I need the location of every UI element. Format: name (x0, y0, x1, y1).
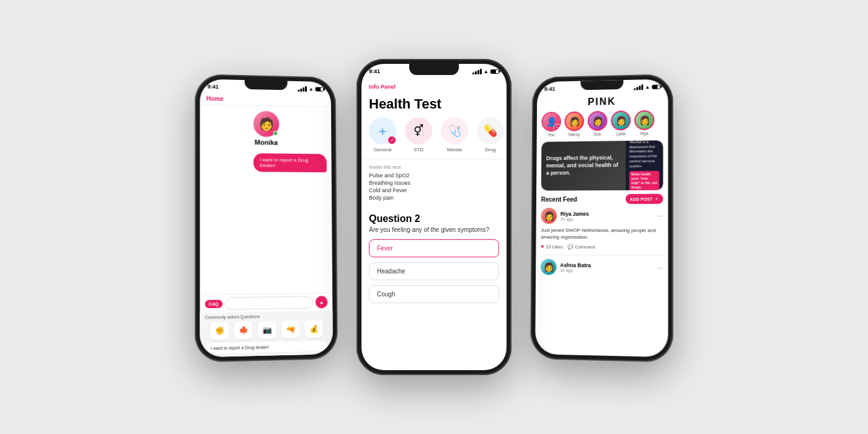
drug-icon-circle: 💊 (477, 117, 504, 144)
test-std[interactable]: ⚥ STD (405, 117, 432, 153)
story-nancy[interactable]: 👩 Nancy (564, 112, 584, 137)
banner-cta: Make health your "new high" in life, not… (629, 170, 659, 190)
test-mental[interactable]: 🩺 Mental (441, 117, 468, 153)
test-general[interactable]: ＋ ✓ General (369, 117, 396, 153)
drug-label: Drug (485, 147, 495, 153)
send-button[interactable]: ▲ (316, 296, 328, 308)
post-actions-1: ♥ 15 Likes 💬 Comment (541, 244, 663, 250)
story-you-name: You (548, 133, 555, 137)
question-section: Question 2 Are you feeling any of the gi… (361, 207, 507, 314)
inside-item-1: Pulse and SpO2 (369, 172, 499, 179)
pink-screen: 9:41 ▲ PINK (535, 79, 668, 357)
status-icons-right: ▲ (634, 84, 660, 90)
post-more-2[interactable]: ··· (657, 264, 663, 272)
notch-left (245, 80, 288, 90)
time-left: 9:41 (208, 84, 219, 90)
pink-logo: PINK (588, 96, 616, 108)
wifi-icon-left: ▲ (309, 86, 314, 92)
signal-bar-3 (303, 87, 304, 91)
notch-right (580, 80, 623, 90)
story-lydia-name: Lydia (616, 131, 626, 136)
chat-user-name: Monika (255, 138, 278, 146)
status-icons-center: ▲ (472, 69, 499, 74)
symptom-headache[interactable]: Headache (369, 262, 499, 280)
faq-icon-4[interactable]: 🔫 (281, 321, 300, 339)
comment-action-1[interactable]: 💬 Comment (568, 244, 595, 250)
question-text: Are you feeling any of the given symptom… (369, 226, 499, 233)
post-card-2: 👩 Ashna Batra 3h ago ··· (536, 259, 668, 285)
avatar: 🧑 (254, 111, 280, 137)
notch-center (409, 64, 459, 75)
post-username-2: Ashna Batra (560, 262, 653, 269)
story-lydia-circle: 👩 (611, 110, 631, 130)
like-action-1[interactable]: ♥ 15 Likes (541, 244, 563, 250)
mental-label: Mental (447, 147, 462, 153)
story-eva-name: Eva (594, 132, 601, 136)
story-nancy-name: Nancy (569, 132, 580, 136)
story-lydia[interactable]: 👩 Lydia (611, 110, 631, 136)
banner-left-text: Drugs affect the physical, mental, and s… (546, 155, 621, 177)
inside-item-2: Breathing Issues (369, 180, 499, 186)
phone-center: 9:41 ▲ Info Panel (356, 59, 512, 375)
post-divider (541, 255, 663, 256)
faq-icon-2[interactable]: 🍁 (234, 321, 252, 339)
faq-title: Commonly asked Questions (205, 313, 328, 319)
faq-icon-5[interactable]: 💰 (304, 320, 323, 338)
post-avatar-2: 👩 (541, 259, 557, 275)
phones-container: 9:41 ▲ Home (195, 59, 673, 375)
banner-right-text: Alcohol is a depressant that decreases t… (629, 140, 659, 169)
post-header-2: 👩 Ashna Batra 3h ago ··· (541, 259, 663, 277)
faq-suggestion[interactable]: I want to report a Drug dealer! (205, 340, 328, 355)
add-story-plus: + (554, 124, 561, 131)
status-icons-left: ▲ (298, 86, 324, 92)
faq-icon-1[interactable]: ✊ (210, 322, 229, 340)
health-title: Health Test (361, 94, 507, 117)
check-badge: ✓ (388, 136, 396, 144)
story-eva[interactable]: 👩 Eva (588, 111, 608, 136)
feed-banner: Drugs affect the physical, mental, and s… (541, 140, 663, 190)
signal-bar-4 (305, 86, 307, 92)
inside-title: Inside this test (369, 164, 499, 170)
phone-right-inner: 9:41 ▲ PINK (535, 79, 668, 357)
health-screen: 9:41 ▲ Info Panel (361, 64, 507, 370)
plus-icon: ＋ (654, 196, 658, 202)
banner-right: Alcohol is a depressant that decreases t… (626, 140, 663, 190)
std-label: STD (414, 147, 423, 153)
online-indicator (273, 131, 278, 136)
banner-image: Drugs affect the physical, mental, and s… (541, 140, 663, 190)
story-nancy-circle: 👩 (565, 112, 585, 131)
chat-input-field[interactable] (225, 296, 313, 309)
stories-row: 👤 + You 👩 Nancy 👩 (537, 110, 668, 142)
symptom-cough[interactable]: Cough (369, 285, 499, 303)
add-post-button[interactable]: ADD POST ＋ (626, 194, 663, 204)
battery-left (316, 87, 324, 91)
story-you-circle: 👤 + (542, 112, 561, 131)
question-number: Question 2 (369, 213, 499, 224)
health-nav: Info Panel (361, 78, 507, 94)
chat-messages: I want to report a Drug Dealer! (200, 148, 332, 294)
post-more-1[interactable]: ··· (657, 211, 663, 220)
inside-item-4: Body pain (369, 195, 499, 201)
faq-icons: ✊ 🍁 📷 🔫 💰 (205, 320, 328, 340)
post-time-2: 3h ago (560, 268, 653, 273)
faq-section: Commonly asked Questions ✊ 🍁 📷 🔫 💰 I wan… (200, 311, 332, 357)
signal-bar-1 (298, 89, 299, 91)
chat-back-button[interactable]: Home (206, 95, 223, 102)
story-riya[interactable]: 👩 Riya (634, 110, 654, 136)
post-username-1: Riya James (560, 210, 653, 216)
test-drug[interactable]: 💊 Drug (477, 117, 504, 153)
symptom-fever[interactable]: Fever (369, 239, 499, 257)
post-card-1: 👩 Riya James 2h ago ··· Just joined SWOP… (536, 208, 668, 255)
phone-left: 9:41 ▲ Home (195, 74, 338, 362)
post-avatar-1: 👩 (541, 208, 557, 224)
mental-icon-circle: 🩺 (441, 117, 468, 144)
test-icons: ＋ ✓ General ⚥ STD 🩺 (361, 117, 507, 159)
story-you[interactable]: 👤 + You (541, 112, 560, 137)
inside-test: Inside this test Pulse and SpO2 Breathin… (361, 159, 507, 207)
health-back-button[interactable]: Info Panel (369, 84, 396, 90)
faq-icon-3[interactable]: 📷 (258, 321, 277, 339)
chat-screen: 9:41 ▲ Home (200, 79, 332, 357)
comment-label-1: Comment (575, 244, 595, 250)
comment-icon: 💬 (568, 244, 574, 250)
caq-button[interactable]: CAQ (205, 299, 223, 308)
